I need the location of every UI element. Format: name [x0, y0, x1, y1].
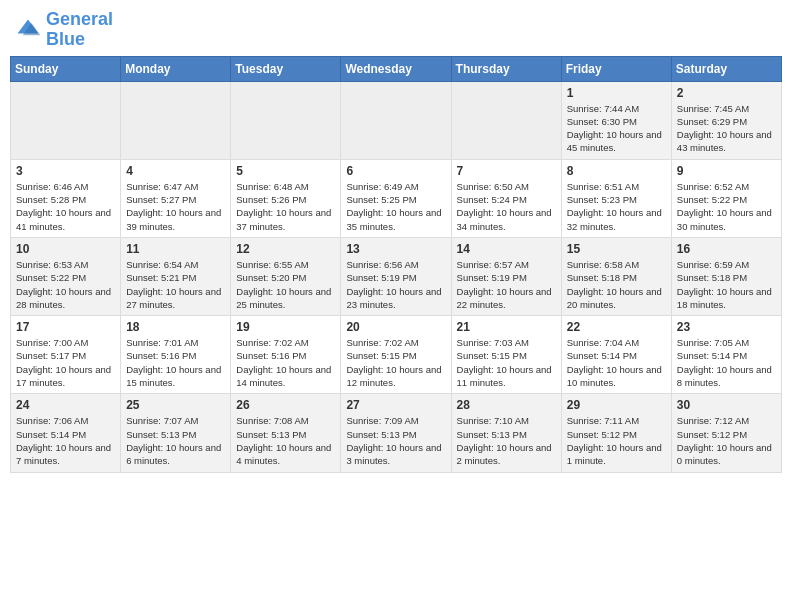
- day-info: Sunrise: 7:09 AM Sunset: 5:13 PM Dayligh…: [346, 414, 445, 467]
- day-number: 11: [126, 242, 225, 256]
- calendar-week-row: 1Sunrise: 7:44 AM Sunset: 6:30 PM Daylig…: [11, 81, 782, 159]
- calendar-cell: 30Sunrise: 7:12 AM Sunset: 5:12 PM Dayli…: [671, 394, 781, 472]
- calendar-cell: 7Sunrise: 6:50 AM Sunset: 5:24 PM Daylig…: [451, 159, 561, 237]
- weekday-header-thursday: Thursday: [451, 56, 561, 81]
- calendar-cell: 19Sunrise: 7:02 AM Sunset: 5:16 PM Dayli…: [231, 316, 341, 394]
- day-number: 8: [567, 164, 666, 178]
- calendar-cell: 13Sunrise: 6:56 AM Sunset: 5:19 PM Dayli…: [341, 237, 451, 315]
- calendar-cell: 3Sunrise: 6:46 AM Sunset: 5:28 PM Daylig…: [11, 159, 121, 237]
- calendar-cell: 20Sunrise: 7:02 AM Sunset: 5:15 PM Dayli…: [341, 316, 451, 394]
- calendar-week-row: 3Sunrise: 6:46 AM Sunset: 5:28 PM Daylig…: [11, 159, 782, 237]
- day-number: 18: [126, 320, 225, 334]
- calendar-cell: 12Sunrise: 6:55 AM Sunset: 5:20 PM Dayli…: [231, 237, 341, 315]
- day-info: Sunrise: 7:07 AM Sunset: 5:13 PM Dayligh…: [126, 414, 225, 467]
- day-info: Sunrise: 6:59 AM Sunset: 5:18 PM Dayligh…: [677, 258, 776, 311]
- day-number: 6: [346, 164, 445, 178]
- day-number: 20: [346, 320, 445, 334]
- day-number: 5: [236, 164, 335, 178]
- page-header: General Blue: [10, 10, 782, 50]
- weekday-header-monday: Monday: [121, 56, 231, 81]
- day-number: 10: [16, 242, 115, 256]
- calendar-cell: [121, 81, 231, 159]
- calendar-table: SundayMondayTuesdayWednesdayThursdayFrid…: [10, 56, 782, 473]
- calendar-week-row: 10Sunrise: 6:53 AM Sunset: 5:22 PM Dayli…: [11, 237, 782, 315]
- logo: General Blue: [14, 10, 113, 50]
- day-info: Sunrise: 6:51 AM Sunset: 5:23 PM Dayligh…: [567, 180, 666, 233]
- calendar-cell: 8Sunrise: 6:51 AM Sunset: 5:23 PM Daylig…: [561, 159, 671, 237]
- calendar-cell: 22Sunrise: 7:04 AM Sunset: 5:14 PM Dayli…: [561, 316, 671, 394]
- calendar-cell: 25Sunrise: 7:07 AM Sunset: 5:13 PM Dayli…: [121, 394, 231, 472]
- day-number: 14: [457, 242, 556, 256]
- day-number: 3: [16, 164, 115, 178]
- day-info: Sunrise: 7:03 AM Sunset: 5:15 PM Dayligh…: [457, 336, 556, 389]
- day-info: Sunrise: 6:55 AM Sunset: 5:20 PM Dayligh…: [236, 258, 335, 311]
- day-number: 17: [16, 320, 115, 334]
- calendar-cell: 14Sunrise: 6:57 AM Sunset: 5:19 PM Dayli…: [451, 237, 561, 315]
- day-number: 23: [677, 320, 776, 334]
- weekday-header-row: SundayMondayTuesdayWednesdayThursdayFrid…: [11, 56, 782, 81]
- day-info: Sunrise: 7:02 AM Sunset: 5:15 PM Dayligh…: [346, 336, 445, 389]
- weekday-header-saturday: Saturday: [671, 56, 781, 81]
- calendar-cell: [451, 81, 561, 159]
- day-info: Sunrise: 7:05 AM Sunset: 5:14 PM Dayligh…: [677, 336, 776, 389]
- day-info: Sunrise: 7:12 AM Sunset: 5:12 PM Dayligh…: [677, 414, 776, 467]
- day-info: Sunrise: 7:01 AM Sunset: 5:16 PM Dayligh…: [126, 336, 225, 389]
- calendar-cell: [341, 81, 451, 159]
- day-info: Sunrise: 6:47 AM Sunset: 5:27 PM Dayligh…: [126, 180, 225, 233]
- day-info: Sunrise: 7:08 AM Sunset: 5:13 PM Dayligh…: [236, 414, 335, 467]
- day-info: Sunrise: 6:52 AM Sunset: 5:22 PM Dayligh…: [677, 180, 776, 233]
- day-number: 13: [346, 242, 445, 256]
- calendar-cell: 16Sunrise: 6:59 AM Sunset: 5:18 PM Dayli…: [671, 237, 781, 315]
- calendar-cell: [11, 81, 121, 159]
- calendar-cell: 21Sunrise: 7:03 AM Sunset: 5:15 PM Dayli…: [451, 316, 561, 394]
- day-info: Sunrise: 6:54 AM Sunset: 5:21 PM Dayligh…: [126, 258, 225, 311]
- day-info: Sunrise: 7:45 AM Sunset: 6:29 PM Dayligh…: [677, 102, 776, 155]
- calendar-cell: 11Sunrise: 6:54 AM Sunset: 5:21 PM Dayli…: [121, 237, 231, 315]
- day-info: Sunrise: 6:46 AM Sunset: 5:28 PM Dayligh…: [16, 180, 115, 233]
- logo-text: General Blue: [46, 10, 113, 50]
- weekday-header-tuesday: Tuesday: [231, 56, 341, 81]
- day-number: 12: [236, 242, 335, 256]
- day-number: 16: [677, 242, 776, 256]
- day-info: Sunrise: 6:56 AM Sunset: 5:19 PM Dayligh…: [346, 258, 445, 311]
- day-info: Sunrise: 6:58 AM Sunset: 5:18 PM Dayligh…: [567, 258, 666, 311]
- calendar-cell: 26Sunrise: 7:08 AM Sunset: 5:13 PM Dayli…: [231, 394, 341, 472]
- day-number: 21: [457, 320, 556, 334]
- calendar-cell: 24Sunrise: 7:06 AM Sunset: 5:14 PM Dayli…: [11, 394, 121, 472]
- calendar-cell: 6Sunrise: 6:49 AM Sunset: 5:25 PM Daylig…: [341, 159, 451, 237]
- day-number: 29: [567, 398, 666, 412]
- day-info: Sunrise: 7:00 AM Sunset: 5:17 PM Dayligh…: [16, 336, 115, 389]
- calendar-week-row: 17Sunrise: 7:00 AM Sunset: 5:17 PM Dayli…: [11, 316, 782, 394]
- calendar-cell: 10Sunrise: 6:53 AM Sunset: 5:22 PM Dayli…: [11, 237, 121, 315]
- calendar-cell: 29Sunrise: 7:11 AM Sunset: 5:12 PM Dayli…: [561, 394, 671, 472]
- day-number: 2: [677, 86, 776, 100]
- day-info: Sunrise: 7:11 AM Sunset: 5:12 PM Dayligh…: [567, 414, 666, 467]
- day-number: 19: [236, 320, 335, 334]
- logo-icon: [14, 16, 42, 44]
- day-info: Sunrise: 6:50 AM Sunset: 5:24 PM Dayligh…: [457, 180, 556, 233]
- calendar-cell: 5Sunrise: 6:48 AM Sunset: 5:26 PM Daylig…: [231, 159, 341, 237]
- day-number: 25: [126, 398, 225, 412]
- day-info: Sunrise: 6:49 AM Sunset: 5:25 PM Dayligh…: [346, 180, 445, 233]
- day-number: 30: [677, 398, 776, 412]
- day-info: Sunrise: 7:06 AM Sunset: 5:14 PM Dayligh…: [16, 414, 115, 467]
- day-info: Sunrise: 7:04 AM Sunset: 5:14 PM Dayligh…: [567, 336, 666, 389]
- calendar-cell: 1Sunrise: 7:44 AM Sunset: 6:30 PM Daylig…: [561, 81, 671, 159]
- calendar-cell: 9Sunrise: 6:52 AM Sunset: 5:22 PM Daylig…: [671, 159, 781, 237]
- day-number: 9: [677, 164, 776, 178]
- calendar-week-row: 24Sunrise: 7:06 AM Sunset: 5:14 PM Dayli…: [11, 394, 782, 472]
- day-number: 7: [457, 164, 556, 178]
- calendar-cell: 15Sunrise: 6:58 AM Sunset: 5:18 PM Dayli…: [561, 237, 671, 315]
- day-number: 1: [567, 86, 666, 100]
- day-info: Sunrise: 6:53 AM Sunset: 5:22 PM Dayligh…: [16, 258, 115, 311]
- day-info: Sunrise: 7:44 AM Sunset: 6:30 PM Dayligh…: [567, 102, 666, 155]
- calendar-cell: 17Sunrise: 7:00 AM Sunset: 5:17 PM Dayli…: [11, 316, 121, 394]
- day-number: 4: [126, 164, 225, 178]
- calendar-cell: 27Sunrise: 7:09 AM Sunset: 5:13 PM Dayli…: [341, 394, 451, 472]
- day-number: 15: [567, 242, 666, 256]
- day-number: 22: [567, 320, 666, 334]
- calendar-cell: 28Sunrise: 7:10 AM Sunset: 5:13 PM Dayli…: [451, 394, 561, 472]
- day-info: Sunrise: 6:57 AM Sunset: 5:19 PM Dayligh…: [457, 258, 556, 311]
- calendar-cell: 18Sunrise: 7:01 AM Sunset: 5:16 PM Dayli…: [121, 316, 231, 394]
- day-info: Sunrise: 6:48 AM Sunset: 5:26 PM Dayligh…: [236, 180, 335, 233]
